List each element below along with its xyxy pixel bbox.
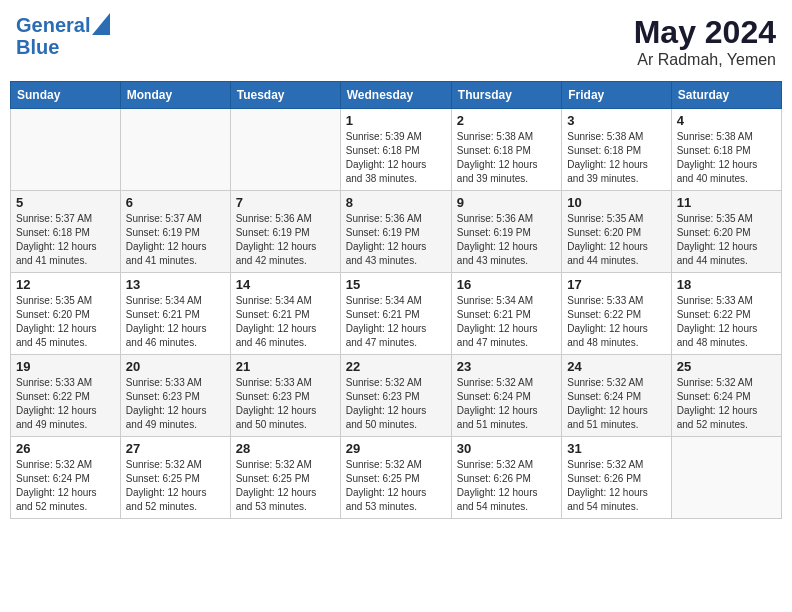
calendar-cell: 19Sunrise: 5:33 AM Sunset: 6:22 PM Dayli… — [11, 355, 121, 437]
day-info: Sunrise: 5:39 AM Sunset: 6:18 PM Dayligh… — [346, 130, 446, 186]
day-info: Sunrise: 5:32 AM Sunset: 6:24 PM Dayligh… — [457, 376, 556, 432]
calendar-cell: 20Sunrise: 5:33 AM Sunset: 6:23 PM Dayli… — [120, 355, 230, 437]
day-number: 15 — [346, 277, 446, 292]
day-number: 5 — [16, 195, 115, 210]
calendar-cell: 13Sunrise: 5:34 AM Sunset: 6:21 PM Dayli… — [120, 273, 230, 355]
calendar-cell: 29Sunrise: 5:32 AM Sunset: 6:25 PM Dayli… — [340, 437, 451, 519]
day-number: 26 — [16, 441, 115, 456]
calendar-cell: 4Sunrise: 5:38 AM Sunset: 6:18 PM Daylig… — [671, 109, 781, 191]
day-info: Sunrise: 5:32 AM Sunset: 6:25 PM Dayligh… — [346, 458, 446, 514]
month-year-title: May 2024 — [634, 14, 776, 51]
day-info: Sunrise: 5:37 AM Sunset: 6:19 PM Dayligh… — [126, 212, 225, 268]
day-number: 1 — [346, 113, 446, 128]
day-info: Sunrise: 5:34 AM Sunset: 6:21 PM Dayligh… — [126, 294, 225, 350]
calendar-cell: 16Sunrise: 5:34 AM Sunset: 6:21 PM Dayli… — [451, 273, 561, 355]
day-info: Sunrise: 5:38 AM Sunset: 6:18 PM Dayligh… — [567, 130, 665, 186]
day-info: Sunrise: 5:32 AM Sunset: 6:25 PM Dayligh… — [126, 458, 225, 514]
day-number: 20 — [126, 359, 225, 374]
calendar-cell: 14Sunrise: 5:34 AM Sunset: 6:21 PM Dayli… — [230, 273, 340, 355]
calendar-cell — [11, 109, 121, 191]
day-number: 28 — [236, 441, 335, 456]
calendar-cell: 26Sunrise: 5:32 AM Sunset: 6:24 PM Dayli… — [11, 437, 121, 519]
calendar-cell: 5Sunrise: 5:37 AM Sunset: 6:18 PM Daylig… — [11, 191, 121, 273]
svg-marker-0 — [92, 13, 110, 35]
location-subtitle: Ar Radmah, Yemen — [634, 51, 776, 69]
calendar-cell: 1Sunrise: 5:39 AM Sunset: 6:18 PM Daylig… — [340, 109, 451, 191]
day-number: 18 — [677, 277, 776, 292]
logo: General Blue — [16, 14, 110, 58]
calendar-cell: 23Sunrise: 5:32 AM Sunset: 6:24 PM Dayli… — [451, 355, 561, 437]
calendar-cell: 24Sunrise: 5:32 AM Sunset: 6:24 PM Dayli… — [562, 355, 671, 437]
day-number: 21 — [236, 359, 335, 374]
calendar-cell — [120, 109, 230, 191]
day-number: 10 — [567, 195, 665, 210]
day-info: Sunrise: 5:35 AM Sunset: 6:20 PM Dayligh… — [16, 294, 115, 350]
calendar-cell: 2Sunrise: 5:38 AM Sunset: 6:18 PM Daylig… — [451, 109, 561, 191]
day-number: 27 — [126, 441, 225, 456]
logo-text-general: General — [16, 14, 90, 36]
calendar-week-row: 26Sunrise: 5:32 AM Sunset: 6:24 PM Dayli… — [11, 437, 782, 519]
day-info: Sunrise: 5:32 AM Sunset: 6:24 PM Dayligh… — [16, 458, 115, 514]
day-info: Sunrise: 5:35 AM Sunset: 6:20 PM Dayligh… — [567, 212, 665, 268]
calendar-cell: 7Sunrise: 5:36 AM Sunset: 6:19 PM Daylig… — [230, 191, 340, 273]
calendar-cell — [671, 437, 781, 519]
calendar-cell: 30Sunrise: 5:32 AM Sunset: 6:26 PM Dayli… — [451, 437, 561, 519]
calendar-cell: 18Sunrise: 5:33 AM Sunset: 6:22 PM Dayli… — [671, 273, 781, 355]
day-number: 19 — [16, 359, 115, 374]
day-info: Sunrise: 5:36 AM Sunset: 6:19 PM Dayligh… — [346, 212, 446, 268]
day-number: 25 — [677, 359, 776, 374]
day-number: 12 — [16, 277, 115, 292]
calendar-cell: 8Sunrise: 5:36 AM Sunset: 6:19 PM Daylig… — [340, 191, 451, 273]
day-info: Sunrise: 5:32 AM Sunset: 6:25 PM Dayligh… — [236, 458, 335, 514]
calendar-cell: 21Sunrise: 5:33 AM Sunset: 6:23 PM Dayli… — [230, 355, 340, 437]
day-number: 29 — [346, 441, 446, 456]
day-info: Sunrise: 5:34 AM Sunset: 6:21 PM Dayligh… — [457, 294, 556, 350]
calendar-week-row: 12Sunrise: 5:35 AM Sunset: 6:20 PM Dayli… — [11, 273, 782, 355]
calendar-week-row: 1Sunrise: 5:39 AM Sunset: 6:18 PM Daylig… — [11, 109, 782, 191]
title-block: May 2024 Ar Radmah, Yemen — [634, 14, 776, 69]
logo-text-blue: Blue — [16, 36, 110, 58]
day-number: 23 — [457, 359, 556, 374]
calendar-cell: 28Sunrise: 5:32 AM Sunset: 6:25 PM Dayli… — [230, 437, 340, 519]
day-number: 6 — [126, 195, 225, 210]
calendar-cell: 17Sunrise: 5:33 AM Sunset: 6:22 PM Dayli… — [562, 273, 671, 355]
calendar-week-row: 5Sunrise: 5:37 AM Sunset: 6:18 PM Daylig… — [11, 191, 782, 273]
day-number: 30 — [457, 441, 556, 456]
day-info: Sunrise: 5:33 AM Sunset: 6:22 PM Dayligh… — [677, 294, 776, 350]
day-number: 11 — [677, 195, 776, 210]
day-number: 9 — [457, 195, 556, 210]
logo-triangle-icon — [92, 13, 110, 35]
day-info: Sunrise: 5:32 AM Sunset: 6:26 PM Dayligh… — [567, 458, 665, 514]
day-number: 7 — [236, 195, 335, 210]
col-header-wednesday: Wednesday — [340, 82, 451, 109]
day-info: Sunrise: 5:37 AM Sunset: 6:18 PM Dayligh… — [16, 212, 115, 268]
calendar-cell: 11Sunrise: 5:35 AM Sunset: 6:20 PM Dayli… — [671, 191, 781, 273]
calendar-cell: 25Sunrise: 5:32 AM Sunset: 6:24 PM Dayli… — [671, 355, 781, 437]
day-info: Sunrise: 5:33 AM Sunset: 6:22 PM Dayligh… — [567, 294, 665, 350]
day-info: Sunrise: 5:32 AM Sunset: 6:26 PM Dayligh… — [457, 458, 556, 514]
day-number: 31 — [567, 441, 665, 456]
day-info: Sunrise: 5:33 AM Sunset: 6:23 PM Dayligh… — [126, 376, 225, 432]
day-number: 2 — [457, 113, 556, 128]
calendar-cell: 10Sunrise: 5:35 AM Sunset: 6:20 PM Dayli… — [562, 191, 671, 273]
day-number: 8 — [346, 195, 446, 210]
calendar-cell: 9Sunrise: 5:36 AM Sunset: 6:19 PM Daylig… — [451, 191, 561, 273]
day-info: Sunrise: 5:36 AM Sunset: 6:19 PM Dayligh… — [457, 212, 556, 268]
calendar-cell: 31Sunrise: 5:32 AM Sunset: 6:26 PM Dayli… — [562, 437, 671, 519]
col-header-saturday: Saturday — [671, 82, 781, 109]
day-info: Sunrise: 5:38 AM Sunset: 6:18 PM Dayligh… — [677, 130, 776, 186]
day-number: 4 — [677, 113, 776, 128]
day-info: Sunrise: 5:33 AM Sunset: 6:22 PM Dayligh… — [16, 376, 115, 432]
col-header-thursday: Thursday — [451, 82, 561, 109]
calendar-cell: 3Sunrise: 5:38 AM Sunset: 6:18 PM Daylig… — [562, 109, 671, 191]
calendar-table: SundayMondayTuesdayWednesdayThursdayFrid… — [10, 81, 782, 519]
col-header-monday: Monday — [120, 82, 230, 109]
calendar-cell: 6Sunrise: 5:37 AM Sunset: 6:19 PM Daylig… — [120, 191, 230, 273]
day-number: 13 — [126, 277, 225, 292]
col-header-friday: Friday — [562, 82, 671, 109]
col-header-sunday: Sunday — [11, 82, 121, 109]
day-number: 22 — [346, 359, 446, 374]
day-number: 16 — [457, 277, 556, 292]
day-number: 17 — [567, 277, 665, 292]
day-number: 3 — [567, 113, 665, 128]
